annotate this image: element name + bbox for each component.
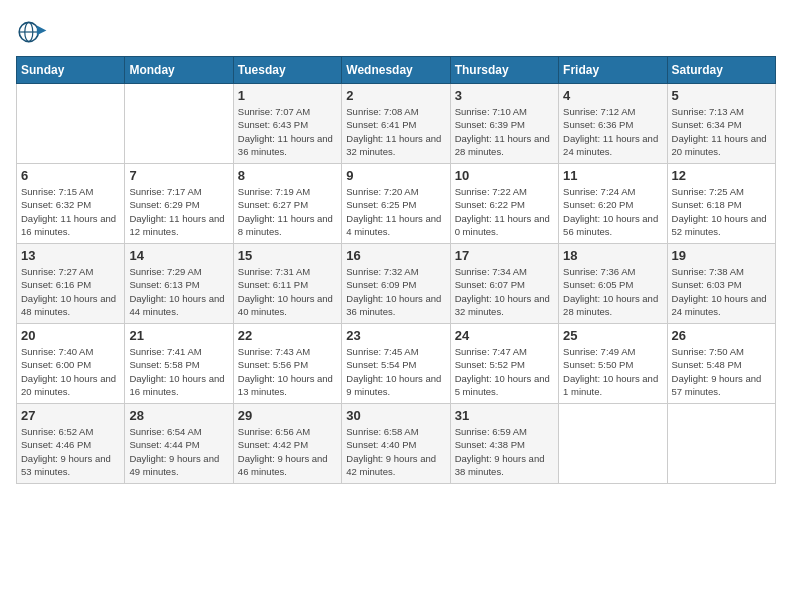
day-cell: 10Sunrise: 7:22 AM Sunset: 6:22 PM Dayli… [450,164,558,244]
day-number: 27 [21,408,120,423]
day-number: 18 [563,248,662,263]
day-detail: Sunrise: 7:15 AM Sunset: 6:32 PM Dayligh… [21,185,120,238]
logo [16,16,52,48]
day-number: 15 [238,248,337,263]
week-row-3: 13Sunrise: 7:27 AM Sunset: 6:16 PM Dayli… [17,244,776,324]
day-cell: 24Sunrise: 7:47 AM Sunset: 5:52 PM Dayli… [450,324,558,404]
day-detail: Sunrise: 7:29 AM Sunset: 6:13 PM Dayligh… [129,265,228,318]
day-number: 13 [21,248,120,263]
calendar-table: SundayMondayTuesdayWednesdayThursdayFrid… [16,56,776,484]
day-detail: Sunrise: 6:56 AM Sunset: 4:42 PM Dayligh… [238,425,337,478]
day-cell: 13Sunrise: 7:27 AM Sunset: 6:16 PM Dayli… [17,244,125,324]
day-cell: 11Sunrise: 7:24 AM Sunset: 6:20 PM Dayli… [559,164,667,244]
day-cell: 19Sunrise: 7:38 AM Sunset: 6:03 PM Dayli… [667,244,775,324]
day-detail: Sunrise: 6:54 AM Sunset: 4:44 PM Dayligh… [129,425,228,478]
day-number: 7 [129,168,228,183]
day-cell: 7Sunrise: 7:17 AM Sunset: 6:29 PM Daylig… [125,164,233,244]
day-detail: Sunrise: 6:58 AM Sunset: 4:40 PM Dayligh… [346,425,445,478]
day-detail: Sunrise: 7:08 AM Sunset: 6:41 PM Dayligh… [346,105,445,158]
week-row-4: 20Sunrise: 7:40 AM Sunset: 6:00 PM Dayli… [17,324,776,404]
day-number: 20 [21,328,120,343]
day-number: 9 [346,168,445,183]
day-detail: Sunrise: 7:22 AM Sunset: 6:22 PM Dayligh… [455,185,554,238]
day-detail: Sunrise: 7:20 AM Sunset: 6:25 PM Dayligh… [346,185,445,238]
day-number: 31 [455,408,554,423]
day-number: 12 [672,168,771,183]
day-cell: 18Sunrise: 7:36 AM Sunset: 6:05 PM Dayli… [559,244,667,324]
day-number: 21 [129,328,228,343]
day-cell [559,404,667,484]
day-number: 23 [346,328,445,343]
day-number: 3 [455,88,554,103]
day-number: 11 [563,168,662,183]
day-detail: Sunrise: 7:31 AM Sunset: 6:11 PM Dayligh… [238,265,337,318]
day-cell: 15Sunrise: 7:31 AM Sunset: 6:11 PM Dayli… [233,244,341,324]
day-cell [125,84,233,164]
day-cell: 21Sunrise: 7:41 AM Sunset: 5:58 PM Dayli… [125,324,233,404]
day-cell: 12Sunrise: 7:25 AM Sunset: 6:18 PM Dayli… [667,164,775,244]
day-cell: 26Sunrise: 7:50 AM Sunset: 5:48 PM Dayli… [667,324,775,404]
day-number: 10 [455,168,554,183]
day-detail: Sunrise: 7:45 AM Sunset: 5:54 PM Dayligh… [346,345,445,398]
day-detail: Sunrise: 7:47 AM Sunset: 5:52 PM Dayligh… [455,345,554,398]
header-cell-tuesday: Tuesday [233,57,341,84]
day-cell: 28Sunrise: 6:54 AM Sunset: 4:44 PM Dayli… [125,404,233,484]
week-row-1: 1Sunrise: 7:07 AM Sunset: 6:43 PM Daylig… [17,84,776,164]
day-cell: 25Sunrise: 7:49 AM Sunset: 5:50 PM Dayli… [559,324,667,404]
day-detail: Sunrise: 7:38 AM Sunset: 6:03 PM Dayligh… [672,265,771,318]
day-cell: 6Sunrise: 7:15 AM Sunset: 6:32 PM Daylig… [17,164,125,244]
day-cell: 31Sunrise: 6:59 AM Sunset: 4:38 PM Dayli… [450,404,558,484]
day-detail: Sunrise: 6:52 AM Sunset: 4:46 PM Dayligh… [21,425,120,478]
day-number: 28 [129,408,228,423]
day-number: 26 [672,328,771,343]
calendar-body: 1Sunrise: 7:07 AM Sunset: 6:43 PM Daylig… [17,84,776,484]
day-cell: 23Sunrise: 7:45 AM Sunset: 5:54 PM Dayli… [342,324,450,404]
day-number: 1 [238,88,337,103]
day-number: 6 [21,168,120,183]
page-header [16,16,776,48]
day-detail: Sunrise: 7:25 AM Sunset: 6:18 PM Dayligh… [672,185,771,238]
day-cell: 8Sunrise: 7:19 AM Sunset: 6:27 PM Daylig… [233,164,341,244]
day-cell [667,404,775,484]
day-detail: Sunrise: 7:19 AM Sunset: 6:27 PM Dayligh… [238,185,337,238]
day-cell: 3Sunrise: 7:10 AM Sunset: 6:39 PM Daylig… [450,84,558,164]
day-detail: Sunrise: 7:24 AM Sunset: 6:20 PM Dayligh… [563,185,662,238]
header-row: SundayMondayTuesdayWednesdayThursdayFrid… [17,57,776,84]
week-row-5: 27Sunrise: 6:52 AM Sunset: 4:46 PM Dayli… [17,404,776,484]
day-detail: Sunrise: 6:59 AM Sunset: 4:38 PM Dayligh… [455,425,554,478]
day-detail: Sunrise: 7:32 AM Sunset: 6:09 PM Dayligh… [346,265,445,318]
day-number: 17 [455,248,554,263]
header-cell-friday: Friday [559,57,667,84]
day-detail: Sunrise: 7:13 AM Sunset: 6:34 PM Dayligh… [672,105,771,158]
day-detail: Sunrise: 7:49 AM Sunset: 5:50 PM Dayligh… [563,345,662,398]
logo-icon [16,16,48,48]
day-detail: Sunrise: 7:50 AM Sunset: 5:48 PM Dayligh… [672,345,771,398]
day-detail: Sunrise: 7:27 AM Sunset: 6:16 PM Dayligh… [21,265,120,318]
day-detail: Sunrise: 7:10 AM Sunset: 6:39 PM Dayligh… [455,105,554,158]
day-detail: Sunrise: 7:36 AM Sunset: 6:05 PM Dayligh… [563,265,662,318]
header-cell-sunday: Sunday [17,57,125,84]
day-number: 24 [455,328,554,343]
day-detail: Sunrise: 7:40 AM Sunset: 6:00 PM Dayligh… [21,345,120,398]
day-cell: 17Sunrise: 7:34 AM Sunset: 6:07 PM Dayli… [450,244,558,324]
day-cell: 16Sunrise: 7:32 AM Sunset: 6:09 PM Dayli… [342,244,450,324]
day-cell: 1Sunrise: 7:07 AM Sunset: 6:43 PM Daylig… [233,84,341,164]
day-detail: Sunrise: 7:34 AM Sunset: 6:07 PM Dayligh… [455,265,554,318]
day-number: 16 [346,248,445,263]
day-number: 8 [238,168,337,183]
day-number: 14 [129,248,228,263]
day-cell: 30Sunrise: 6:58 AM Sunset: 4:40 PM Dayli… [342,404,450,484]
day-detail: Sunrise: 7:41 AM Sunset: 5:58 PM Dayligh… [129,345,228,398]
day-number: 25 [563,328,662,343]
day-cell: 9Sunrise: 7:20 AM Sunset: 6:25 PM Daylig… [342,164,450,244]
day-number: 5 [672,88,771,103]
day-detail: Sunrise: 7:17 AM Sunset: 6:29 PM Dayligh… [129,185,228,238]
day-cell [17,84,125,164]
day-cell: 2Sunrise: 7:08 AM Sunset: 6:41 PM Daylig… [342,84,450,164]
header-cell-thursday: Thursday [450,57,558,84]
day-detail: Sunrise: 7:43 AM Sunset: 5:56 PM Dayligh… [238,345,337,398]
header-cell-wednesday: Wednesday [342,57,450,84]
day-number: 29 [238,408,337,423]
day-detail: Sunrise: 7:07 AM Sunset: 6:43 PM Dayligh… [238,105,337,158]
header-cell-saturday: Saturday [667,57,775,84]
